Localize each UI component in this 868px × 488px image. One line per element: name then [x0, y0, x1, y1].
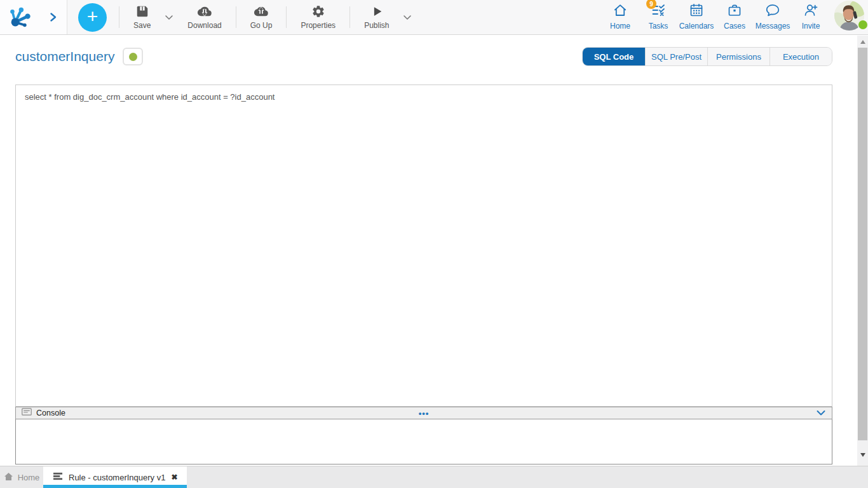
- publish-dropdown-caret[interactable]: [395, 8, 420, 27]
- save-icon: [135, 4, 149, 18]
- console-output-panel: [15, 419, 832, 464]
- close-tab-icon[interactable]: ✖: [171, 473, 177, 481]
- vertical-scrollbar[interactable]: [857, 36, 868, 466]
- nav-item-messages[interactable]: Messages: [754, 3, 792, 30]
- nav-item-tasks[interactable]: 9 Tasks: [639, 3, 677, 30]
- console-header-bar[interactable]: Console •••: [15, 407, 832, 419]
- properties-button[interactable]: Properties: [295, 3, 341, 31]
- download-label: Download: [187, 21, 221, 30]
- home-icon: [613, 3, 628, 20]
- top-toolbar: + Save: [0, 0, 868, 35]
- scroll-down-arrow[interactable]: [857, 450, 868, 460]
- chat-bubble-icon: [765, 3, 780, 20]
- console-title: Console: [36, 409, 65, 417]
- chevron-down-icon: [403, 13, 412, 22]
- page-header: customerInquery SQL Code SQL Pre/Post Pe…: [15, 46, 832, 67]
- properties-label: Properties: [301, 21, 336, 30]
- joget-frog-logo-icon: [8, 6, 32, 29]
- nav-item-cases[interactable]: Cases: [715, 3, 754, 30]
- chevron-right-icon: [50, 12, 57, 22]
- scroll-up-arrow[interactable]: [857, 37, 868, 47]
- expand-menu-chevron[interactable]: [48, 11, 58, 24]
- tab-sql-code[interactable]: SQL Code: [583, 48, 645, 65]
- nav-item-calendars[interactable]: Calendars: [677, 3, 715, 30]
- triangle-up-icon: [860, 40, 865, 44]
- play-icon: [370, 4, 384, 18]
- home-filled-icon: [4, 472, 13, 483]
- go-up-button[interactable]: Go Up: [245, 3, 278, 31]
- nav-home-label: Home: [610, 22, 630, 30]
- console-menu-dots-icon[interactable]: •••: [416, 409, 432, 417]
- gear-icon: [311, 4, 325, 18]
- go-up-label: Go Up: [250, 21, 273, 30]
- chevron-down-icon: [816, 409, 826, 418]
- nav-cases-label: Cases: [724, 22, 745, 30]
- sql-code-editor[interactable]: select * from dig_doc_crm_account where …: [15, 85, 832, 407]
- action-toolbar: + Save: [67, 0, 420, 34]
- chevron-down-icon: [165, 13, 173, 22]
- bottom-tab-rule-customerinquery[interactable]: Rule - customerInquery v1 ✖: [43, 466, 187, 488]
- download-button[interactable]: Download: [182, 3, 227, 31]
- plus-icon: +: [87, 7, 98, 26]
- toolbar-divider: [236, 6, 236, 28]
- bottom-home-label: Home: [18, 473, 40, 482]
- status-green-dot-icon: [129, 53, 137, 61]
- top-navigation: Home 9 Tasks: [601, 0, 868, 37]
- tab-permissions[interactable]: Permissions: [707, 48, 770, 65]
- create-new-button[interactable]: +: [78, 3, 107, 32]
- triangle-down-icon: [860, 453, 865, 457]
- toolbar-divider: [349, 6, 350, 28]
- toolbar-divider: [286, 6, 287, 28]
- nav-item-invite[interactable]: Invite: [792, 3, 830, 30]
- logo-section: [0, 0, 67, 34]
- tab-sql-pre-post[interactable]: SQL Pre/Post: [645, 48, 707, 65]
- user-avatar[interactable]: [834, 1, 864, 30]
- briefcase-icon: [727, 3, 742, 20]
- bottom-tab-bar: Home Rule - customerInquery v1 ✖: [0, 466, 868, 488]
- bottom-tab-home[interactable]: Home: [0, 466, 43, 488]
- save-button[interactable]: Save: [128, 3, 156, 31]
- nav-item-home[interactable]: Home: [601, 3, 639, 30]
- save-label: Save: [133, 21, 151, 30]
- active-tab-underline: [43, 485, 187, 488]
- save-dropdown-caret[interactable]: [156, 8, 182, 27]
- nav-tasks-label: Tasks: [649, 22, 668, 30]
- nav-calendars-label: Calendars: [679, 22, 714, 30]
- console-icon: [22, 407, 32, 419]
- tab-execution[interactable]: Execution: [770, 48, 832, 65]
- calendar-icon: [689, 3, 704, 20]
- scrollbar-thumb[interactable]: [858, 48, 867, 440]
- nav-messages-label: Messages: [756, 22, 790, 30]
- publish-button[interactable]: Publish: [358, 3, 395, 31]
- bottom-tab-label: Rule - customerInquery v1: [69, 473, 165, 482]
- cloud-upload-icon: [254, 4, 269, 18]
- app-window: + Save: [0, 0, 868, 488]
- presence-online-dot: [858, 20, 867, 29]
- publish-label: Publish: [364, 21, 389, 30]
- nav-invite-label: Invite: [802, 22, 820, 30]
- rule-list-icon: [53, 472, 63, 482]
- status-badge[interactable]: [123, 48, 143, 65]
- person-plus-icon: [803, 3, 818, 20]
- editor-tab-group: SQL Code SQL Pre/Post Permissions Execut…: [582, 47, 832, 66]
- cloud-download-icon: [197, 4, 212, 18]
- page-title: customerInquery: [15, 49, 114, 64]
- toolbar-divider: [119, 6, 119, 28]
- console-collapse-chevron[interactable]: [816, 409, 826, 418]
